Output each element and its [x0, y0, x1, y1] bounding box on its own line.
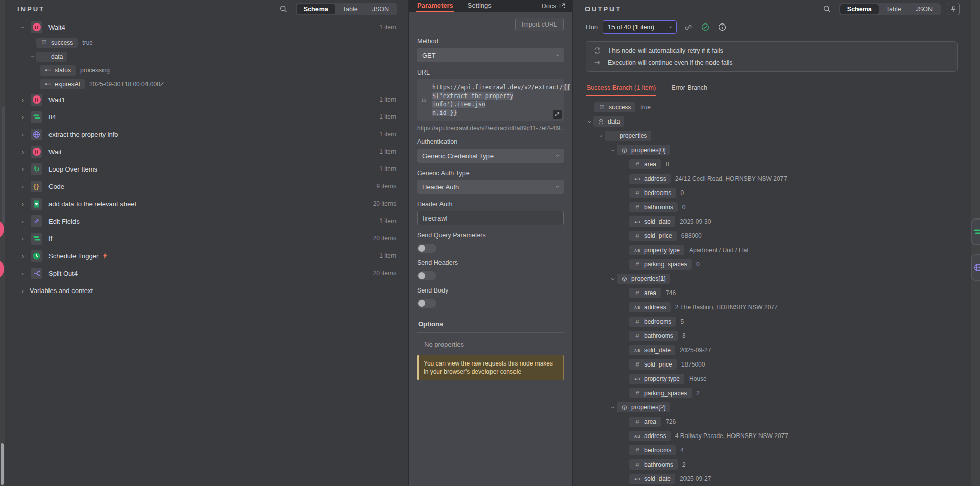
output-field-row[interactable]: ABsold_date2025-09-27 [586, 472, 958, 486]
output-field-row[interactable]: ABaddress4 Railway Parade, HORNSBY NSW 2… [586, 429, 958, 443]
output-field-row[interactable]: #bathrooms0 [586, 200, 958, 214]
output-field-row[interactable]: #bathrooms3 [586, 329, 958, 343]
input-node-row[interactable]: ›extract the property info1 item [5, 126, 408, 143]
output-field-row[interactable]: ›properties[2] [586, 400, 958, 415]
output-field-row[interactable]: #bedrooms5 [586, 314, 958, 329]
input-node-row[interactable]: ›Wait1 item [5, 143, 408, 160]
output-field-row[interactable]: #parking_spaces2 [586, 386, 958, 400]
schema-key-badge[interactable]: ABaddress [629, 431, 671, 441]
input-node-row[interactable]: ›If20 items [5, 230, 408, 247]
run-selector[interactable]: 15 of 40 (1 item) › [603, 20, 677, 34]
output-field-row[interactable]: #area746 [586, 286, 958, 300]
schema-key-badge[interactable]: #bedrooms [629, 188, 676, 198]
chevron-right-icon[interactable]: › [19, 201, 27, 207]
schema-key-badge[interactable]: ABsold_date [629, 216, 675, 227]
header-auth-credential-select[interactable]: firecrawl [417, 211, 564, 225]
input-node-row[interactable]: ›If41 item [5, 108, 408, 126]
input-field-row[interactable]: ☑successtrue [5, 36, 408, 50]
schema-key-badge[interactable]: #bathrooms [629, 331, 678, 341]
chevron-down-icon[interactable]: › [610, 404, 617, 411]
output-field-row[interactable]: ABaddress2 The Bastion, HORNSBY NSW 2077 [586, 300, 958, 314]
chevron-right-icon[interactable]: › [19, 183, 27, 190]
chevron-right-icon[interactable]: › [19, 270, 27, 277]
chevron-right-icon[interactable]: › [19, 131, 27, 138]
schema-key-badge[interactable]: properties[1] [617, 274, 670, 284]
output-field-row[interactable]: #area726 [586, 415, 958, 429]
authentication-select[interactable]: Generic Credential Type › [417, 149, 564, 163]
canvas-scrollbar[interactable] [1, 443, 4, 485]
output-field-row[interactable]: #parking_spaces0 [586, 257, 958, 272]
chevron-down-icon[interactable]: › [586, 118, 593, 125]
chevron-right-icon[interactable]: › [19, 166, 27, 173]
output-field-row[interactable]: ›≡properties [586, 129, 958, 143]
output-field-row[interactable]: ABproperty typeHouse [586, 372, 958, 386]
schema-key-badge[interactable]: #bathrooms [629, 202, 678, 212]
schema-key-badge[interactable]: #parking_spaces [629, 259, 692, 270]
output-field-row[interactable]: ›data [586, 114, 958, 129]
input-field-row[interactable]: ABexpiresAt2025-09-30T18:00:04.000Z [5, 77, 408, 91]
input-node-row[interactable]: ›Schedule Trigger1 item [5, 247, 408, 264]
chevron-down-icon[interactable]: › [598, 132, 605, 139]
input-tab-table[interactable]: Table [335, 4, 365, 14]
input-node-row[interactable]: ›✎Edit Fields1 item [5, 212, 408, 230]
schema-key-badge[interactable]: #sold_price [629, 359, 677, 370]
schema-key-badge[interactable]: ABaddress [629, 302, 671, 312]
output-field-row[interactable]: #sold_price1875000 [586, 357, 958, 372]
send-body-toggle[interactable] [417, 299, 436, 308]
schema-key-badge[interactable]: data [593, 116, 624, 127]
chevron-right-icon[interactable]: › [19, 235, 27, 242]
input-field-row[interactable]: ›≡data [5, 50, 408, 63]
output-field-row[interactable]: ›properties[0] [586, 143, 958, 157]
chevron-right-icon[interactable]: › [19, 96, 27, 103]
schema-key-badge[interactable]: #area [629, 159, 661, 169]
chevron-right-icon[interactable]: › [19, 149, 27, 155]
url-expression-input[interactable]: fx https://api.firecrawl.dev/v2/extract/… [417, 79, 564, 121]
input-search-icon[interactable] [278, 4, 289, 15]
method-select[interactable]: GET › [417, 48, 564, 62]
schema-key-badge[interactable]: properties[0] [617, 145, 670, 155]
schema-key-badge[interactable]: ☑success [36, 38, 78, 48]
input-field-row[interactable]: ABstatusprocessing [5, 63, 408, 77]
schema-key-badge[interactable]: ABproperty type [629, 374, 684, 384]
output-field-row[interactable]: ABproperty typeApartment / Unit / Flat [586, 243, 958, 257]
schema-key-badge[interactable]: properties[2] [617, 402, 670, 412]
input-node-row[interactable]: ›↻Loop Over Items1 item [5, 160, 408, 178]
pin-data-button[interactable] [947, 3, 960, 15]
chevron-right-icon[interactable]: › [19, 218, 27, 225]
output-field-row[interactable]: #bathrooms2 [586, 457, 958, 472]
send-headers-toggle[interactable] [417, 271, 436, 280]
chevron-right-icon[interactable]: › [19, 253, 27, 259]
schema-key-badge[interactable]: ABaddress [629, 174, 671, 184]
output-tab-schema[interactable]: Schema [840, 4, 879, 14]
chevron-right-icon[interactable]: › [19, 287, 27, 294]
schema-key-badge[interactable]: #sold_price [629, 231, 677, 241]
input-tab-schema[interactable]: Schema [297, 4, 335, 14]
schema-key-badge[interactable]: ≡data [36, 52, 67, 62]
docs-link[interactable]: Docs [541, 0, 565, 12]
output-field-row[interactable]: ☑successtrue [586, 100, 958, 114]
chevron-down-icon[interactable]: › [610, 147, 617, 154]
schema-key-badge[interactable]: #area [629, 288, 661, 298]
chevron-down-icon[interactable]: › [20, 23, 27, 31]
input-tab-json[interactable]: JSON [365, 4, 396, 14]
tab-parameters[interactable]: Parameters [416, 0, 454, 12]
send-query-parameters-toggle[interactable] [417, 244, 436, 253]
unlink-runs-icon[interactable] [683, 21, 694, 33]
tab-settings[interactable]: Settings [467, 0, 493, 12]
output-field-row[interactable]: #bedrooms4 [586, 443, 958, 457]
schema-key-badge[interactable]: ☑success [594, 102, 635, 112]
expand-expression-icon[interactable] [553, 110, 562, 119]
schema-key-badge[interactable]: #parking_spaces [629, 388, 692, 398]
output-field-row[interactable]: #area0 [586, 157, 958, 172]
output-field-row[interactable]: ABaddress24/12 Cecil Road, HORNSBY NSW 2… [586, 172, 958, 186]
output-field-row[interactable]: ABsold_date2025-09-27 [586, 343, 958, 357]
schema-key-badge[interactable]: #bedrooms [629, 445, 676, 455]
generic-auth-type-select[interactable]: Header Auth › [417, 180, 564, 194]
schema-key-badge[interactable]: ABproperty type [629, 245, 684, 255]
output-field-row[interactable]: ›properties[1] [586, 272, 958, 286]
output-search-icon[interactable] [822, 4, 833, 15]
chevron-down-icon[interactable]: › [610, 275, 617, 282]
input-node-row[interactable]: ›Wait11 item [5, 91, 408, 108]
chevron-down-icon[interactable]: › [30, 53, 36, 60]
input-node-row[interactable]: ›Wait41 item [5, 18, 408, 36]
